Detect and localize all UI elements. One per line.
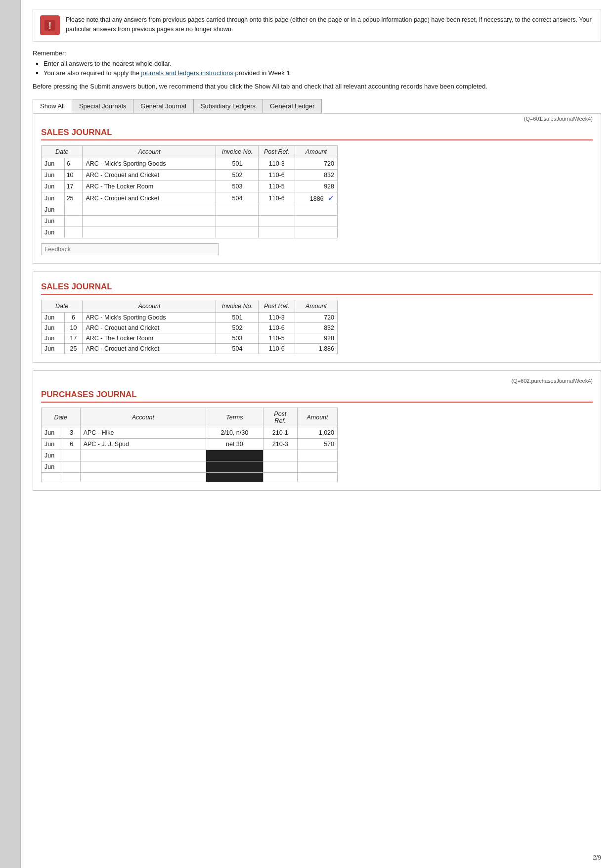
pj-col-header-amount: Amount <box>298 408 338 427</box>
tab-general-journal[interactable]: General Journal <box>133 99 194 113</box>
amount-input[interactable] <box>298 229 334 236</box>
pj-terms: net 30 <box>206 439 263 450</box>
account-cell: ARC - The Locker Room <box>83 181 216 192</box>
left-sidebar <box>0 0 21 868</box>
pj-terms[interactable] <box>206 450 263 461</box>
date-month-cell: Jun <box>42 216 65 227</box>
invoice-cell: 503 <box>216 181 259 192</box>
post-cell[interactable] <box>259 204 295 216</box>
pj-terms-input[interactable] <box>208 474 261 481</box>
pj-amount[interactable] <box>298 461 338 473</box>
remember-label: Remember: <box>33 49 601 57</box>
account-input[interactable] <box>86 218 213 225</box>
pj-post[interactable] <box>263 473 297 482</box>
invoice-cell[interactable] <box>216 204 259 216</box>
pj-day-input[interactable] <box>65 463 78 470</box>
pj-amount-input[interactable] <box>301 452 334 459</box>
journals-link[interactable]: journals and ledgers instructions <box>141 69 233 77</box>
sales-journal-section-1: (Q=601.salesJournalWeek4) SALES JOURNAL … <box>33 113 601 264</box>
table-cell: 720 <box>295 313 338 323</box>
pj-account: APC - J. J. Spud <box>80 439 206 450</box>
post-input[interactable] <box>261 206 293 213</box>
pj-post[interactable] <box>263 461 297 473</box>
invoice-cell: 501 <box>216 158 259 170</box>
sales-journal-title-2: SALES JOURNAL <box>41 282 593 295</box>
table-row: Jun <box>42 450 338 461</box>
date-month-cell: Jun <box>42 204 65 216</box>
tab-general-ledger[interactable]: General Ledger <box>263 99 321 113</box>
date-month-cell: Jun <box>42 227 65 238</box>
account-cell: ARC - Croquet and Cricket <box>83 170 216 181</box>
pj-post-input[interactable] <box>265 474 295 481</box>
account-input[interactable] <box>86 206 213 213</box>
pj-account-input[interactable] <box>84 463 203 470</box>
account-cell[interactable] <box>83 204 216 216</box>
post-input[interactable] <box>261 218 293 225</box>
pj-post: 210-3 <box>263 439 297 450</box>
pj-account[interactable] <box>80 461 206 473</box>
remember-item-2: You are also required to apply the journ… <box>44 69 601 77</box>
pj-post-input[interactable] <box>265 452 295 459</box>
pj-amount-input[interactable] <box>301 474 334 481</box>
post-cell[interactable] <box>259 216 295 227</box>
tab-show-all[interactable]: Show All <box>33 99 72 113</box>
pj-day-input[interactable] <box>65 474 78 481</box>
pj-amount[interactable] <box>298 450 338 461</box>
pj-terms[interactable] <box>206 461 263 473</box>
amount-cell: 928 <box>295 181 338 192</box>
tab-subsidiary-ledgers[interactable]: Subsidiary Ledgers <box>194 99 263 113</box>
pj-account-input[interactable] <box>84 452 203 459</box>
pj-post[interactable] <box>263 450 297 461</box>
pj-date-day[interactable] <box>63 461 80 473</box>
pj-account[interactable] <box>80 473 206 482</box>
pj-terms[interactable] <box>206 473 263 482</box>
account-cell[interactable] <box>83 227 216 238</box>
amount-cell[interactable] <box>295 204 338 216</box>
pj-terms-input[interactable] <box>208 452 261 459</box>
table-cell: 110-5 <box>259 333 295 344</box>
sales-journal-table-1: Date Account Invoice No. Post Ref. Amoun… <box>41 145 338 238</box>
table-row: Jun6APC - J. J. Spudnet 30210-3570 <box>42 439 338 450</box>
invoice-input[interactable] <box>218 229 256 236</box>
post-input[interactable] <box>261 229 293 236</box>
date-day-cell[interactable] <box>64 227 83 238</box>
invoice-cell[interactable] <box>216 227 259 238</box>
pj-post-input[interactable] <box>265 463 295 470</box>
amount-input[interactable] <box>298 218 334 225</box>
pj-date-month <box>42 473 63 482</box>
day-input[interactable] <box>67 229 81 236</box>
amount-cell: 832 <box>295 170 338 181</box>
invoice-input[interactable] <box>218 218 256 225</box>
amount-cell[interactable] <box>295 227 338 238</box>
pj-terms-input[interactable] <box>208 463 261 470</box>
date-day-cell[interactable] <box>64 216 83 227</box>
pj-account[interactable] <box>80 450 206 461</box>
invoice-cell[interactable] <box>216 216 259 227</box>
table-cell: 110-3 <box>259 313 295 323</box>
table-cell: 928 <box>295 333 338 344</box>
table-cell: 110-6 <box>259 323 295 333</box>
day-input[interactable] <box>67 218 81 225</box>
pj-day-input[interactable] <box>65 452 78 459</box>
day-input[interactable] <box>67 206 81 213</box>
pj-account: APC - Hike <box>80 427 206 439</box>
post-cell[interactable] <box>259 227 295 238</box>
pj-amount-input[interactable] <box>301 463 334 470</box>
amount-input[interactable] <box>298 206 334 213</box>
account-input[interactable] <box>86 229 213 236</box>
page: ! Please note that any answers from prev… <box>0 0 613 868</box>
tab-special-journals[interactable]: Special Journals <box>72 99 133 113</box>
pj-amount[interactable] <box>298 473 338 482</box>
table-row: Jun25ARC - Croquet and Cricket504110-618… <box>42 192 338 204</box>
table-cell: 502 <box>216 323 259 333</box>
feedback-input[interactable] <box>41 243 219 255</box>
date-day-cell[interactable] <box>64 204 83 216</box>
pj-date-day[interactable] <box>63 450 80 461</box>
pj-amount: 570 <box>298 439 338 450</box>
account-cell[interactable] <box>83 216 216 227</box>
invoice-input[interactable] <box>218 206 256 213</box>
amount-cell[interactable] <box>295 216 338 227</box>
pj-date-day[interactable] <box>63 473 80 482</box>
notice-box: ! Please note that any answers from prev… <box>33 9 601 42</box>
pj-account-input[interactable] <box>84 474 203 481</box>
